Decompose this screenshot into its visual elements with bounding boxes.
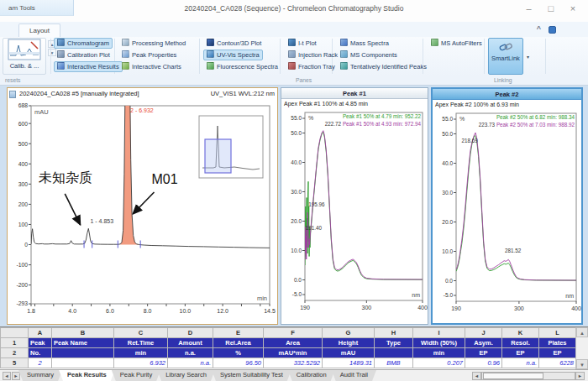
header-cell-width-50[interactable]: Width (50%) (413, 338, 465, 348)
column-letter-g[interactable]: G (323, 328, 375, 338)
ribbon-button-interactive-charts[interactable]: Interactive Charts (118, 61, 185, 72)
ribbon-button-tentatively-identified-peaks[interactable]: Tentatively Identified Peaks (337, 61, 430, 72)
ribbon-button-peak-properties[interactable]: Peak Properties (118, 50, 180, 60)
header-cell-type[interactable] (375, 348, 413, 358)
column-letter-c[interactable]: C (114, 328, 168, 338)
hscroll-left-icon[interactable]: ◄ (472, 372, 481, 380)
column-letter-b[interactable]: B (52, 328, 114, 338)
sheet-tab-library-search[interactable]: Library Search (157, 370, 215, 381)
chromatogram-plot[interactable]: 6886005004003002001000-100-200-2931.84.0… (8, 101, 277, 324)
header-cell-height[interactable]: mAU (323, 348, 375, 358)
ribbon-button-chromatogram[interactable]: Chromatogram (54, 38, 113, 49)
header-cell-area[interactable]: mAU*min (264, 348, 323, 358)
tabs-nav-left-icon[interactable]: ◄ (3, 372, 11, 380)
close-button[interactable]: × (563, 2, 583, 17)
column-letter-a[interactable]: A (29, 328, 52, 338)
data-cell[interactable]: n.a. (168, 358, 213, 368)
ribbon-button-ms-autofilters[interactable]: MS AutoFilters (428, 38, 486, 49)
tabs-nav-right-icon[interactable]: ► (12, 372, 20, 380)
pin-icon[interactable] (9, 91, 16, 98)
peak-2-pane-header[interactable]: Peak #2 (433, 89, 581, 100)
peak-1-pane-header[interactable]: Peak #1 (281, 88, 428, 99)
column-letter-i[interactable]: I (413, 328, 465, 338)
ribbon-button-injection-rack[interactable]: Injection Rack (285, 50, 341, 60)
sheet-tab-peak-purity[interactable]: Peak Purity (112, 370, 160, 381)
ribbon-button-ms-components[interactable]: MS Components (337, 50, 401, 60)
column-letter-j[interactable]: J (465, 328, 502, 338)
ribbon-button-i-t-plot[interactable]: I-t Plot (285, 38, 320, 49)
header-cell-amount[interactable]: Amount (168, 338, 213, 348)
restore-button[interactable]: □ (541, 2, 561, 17)
header-cell-rel-area[interactable]: Rel.Area (213, 338, 264, 348)
data-cell[interactable]: 2 (29, 358, 52, 368)
header-cell-asym[interactable]: Asym. (465, 338, 502, 348)
header-cell-ret-time[interactable]: min (114, 348, 168, 358)
sheet-tab-system-suitability-test[interactable]: System Suitability Test (212, 370, 291, 381)
header-cell-asym[interactable]: EP (465, 348, 502, 358)
hscroll-right-icon[interactable]: ► (575, 372, 585, 380)
ribbon-button-fluorescence-spectra[interactable]: Fluorescence Spectra (203, 61, 281, 72)
header-cell-area[interactable]: Area (264, 338, 323, 348)
smartlink-dropdown-icon[interactable]: ▾ (527, 54, 529, 60)
table-vertical-scrollbar[interactable]: ▲ ▼ (575, 327, 588, 370)
data-cell[interactable]: 0.207 (413, 358, 465, 368)
peak-2-spectrum-plot[interactable]: 55.050.040.030.020.010.00.0-5.0190300400… (433, 110, 581, 325)
column-letter-k[interactable]: K (502, 328, 539, 338)
ribbon-button-calibration-plot[interactable]: Calibration Plot (54, 50, 113, 60)
column-letter-d[interactable]: D (168, 328, 213, 338)
header-cell-resol[interactable]: EP (502, 348, 539, 358)
ribbon-button-uv-vis-spectra[interactable]: UV-Vis Spectra (203, 50, 263, 60)
ribbon-button-processing-method[interactable]: Processing Method (118, 38, 189, 49)
sheet-tab-audit-trail[interactable]: Audit Trail (332, 370, 376, 381)
column-letter-f[interactable]: F (264, 328, 323, 338)
header-cell-peak[interactable]: Peak (29, 338, 52, 348)
preset-button-calibration[interactable]: Calib. & ... (3, 38, 46, 75)
header-cell-height[interactable]: Height (323, 338, 375, 348)
peak-1-spectrum-plot[interactable]: 55.050.040.030.020.010.00.0-5.0190300400… (281, 109, 428, 324)
data-cell[interactable]: 1489.31 (323, 358, 375, 368)
header-cell-rel-area[interactable]: % (213, 348, 264, 358)
context-tab-tools[interactable]: am Tools (0, 0, 74, 16)
data-cell[interactable]: 96.50 (213, 358, 264, 368)
column-letter-h[interactable]: H (375, 328, 413, 338)
sheet-tab-peak-results[interactable]: Peak Results (59, 370, 115, 381)
sheet-tab-summary[interactable]: Summary (18, 370, 62, 381)
header-cell-resol[interactable]: Resol. (502, 338, 539, 348)
ribbon-button-interactive-results[interactable]: Interactive Results (54, 61, 123, 72)
data-cell[interactable]: 332.5292 (264, 358, 323, 368)
sheet-tab-calibration[interactable]: Calibration (288, 370, 335, 381)
hscroll-thumb[interactable] (483, 373, 543, 379)
horizontal-scrollbar[interactable]: ◄► (472, 372, 585, 380)
column-letter-l[interactable]: L (539, 328, 576, 338)
row-number[interactable]: 5 (1, 358, 29, 368)
grid-corner-cell[interactable] (1, 328, 29, 338)
data-cell[interactable]: BMB (375, 358, 413, 368)
scroll-down-icon[interactable]: ▼ (576, 359, 588, 369)
header-cell-width-50[interactable]: min (413, 348, 465, 358)
header-cell-plates[interactable]: Plates (539, 338, 576, 348)
data-cell[interactable]: 6228 (539, 358, 576, 368)
row-number[interactable]: 1 (1, 338, 29, 348)
inset-zoom-selection[interactable] (205, 139, 231, 173)
ribbon-button-fraction-tray[interactable]: Fraction Tray (285, 61, 339, 72)
row-number[interactable]: 2 (1, 348, 29, 358)
ribbon-collapse-icon[interactable]: ^ (537, 24, 541, 33)
data-cell[interactable] (52, 358, 114, 368)
data-cell[interactable]: 6.932 (114, 358, 168, 368)
results-grid[interactable]: ABCDEFGHIJKL1PeakPeak NameRet.TimeAmount… (0, 327, 576, 368)
header-cell-plates[interactable]: EP (539, 348, 576, 358)
header-cell-type[interactable]: Type (375, 338, 413, 348)
smartlink-button[interactable]: SmartLink (488, 38, 523, 75)
chromatogram-pane-header[interactable]: 20240204_CA028 #5 [manually integrated] … (8, 88, 277, 101)
header-cell-peak[interactable]: No. (29, 348, 52, 358)
ribbon-button-mass-spectra[interactable]: Mass Spectra (337, 38, 392, 49)
header-cell-ret-time[interactable]: Ret.Time (114, 338, 168, 348)
header-cell-peak-name[interactable] (52, 348, 114, 358)
header-cell-amount[interactable]: n.a. (168, 348, 213, 358)
column-letter-e[interactable]: E (213, 328, 264, 338)
overview-inset[interactable] (199, 116, 263, 178)
scroll-up-icon[interactable]: ▲ (576, 327, 588, 337)
header-cell-peak-name[interactable]: Peak Name (52, 338, 114, 348)
ribbon-button-contour-3d-plot[interactable]: Contour/3D Plot (203, 38, 265, 49)
data-cell[interactable]: n.a. (502, 358, 539, 368)
